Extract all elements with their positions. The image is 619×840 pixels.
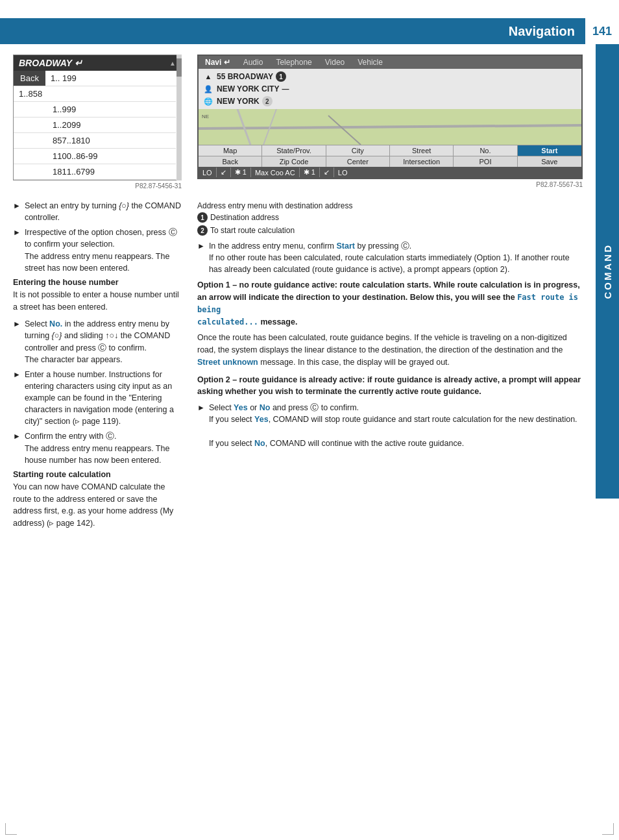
circle-2: 2 xyxy=(197,225,208,236)
bullet-arrow-3: ► xyxy=(13,319,21,365)
map-svg: NE xyxy=(199,109,581,145)
status-arrow-1: ↙ xyxy=(217,167,231,177)
caption-item-1: 1 Destination address xyxy=(197,212,583,223)
addr-arrow-2: — xyxy=(282,85,289,93)
nav-panel-caption: P82.87-5456-31 xyxy=(13,182,182,190)
status-bar: LO ↙ ✱ 1 Max Coo AC ✱ 1 ↙ LO xyxy=(199,167,581,178)
caption-item-2: 2 To start route calculation xyxy=(197,225,583,236)
bullet-text-r2: Select Yes or No and press Ⓒ to confirm.… xyxy=(209,402,577,449)
nav-first-item: 1.. 199 xyxy=(45,71,181,86)
tab-audio[interactable]: Audio xyxy=(237,56,270,69)
bullet-text-5: Confirm the entry with Ⓒ.The address ent… xyxy=(25,430,182,465)
grid-cell-state[interactable]: State/Prov. xyxy=(262,145,326,156)
bullet-select-no: ► Select No. in the address entry menu b… xyxy=(13,318,182,365)
addr-row-2: 👤 NEW YORK CITY — xyxy=(199,83,581,95)
tab-navi[interactable]: Navi ↵ xyxy=(199,56,237,69)
status-lo-right: LO xyxy=(334,167,352,177)
option2-heading: Option 2 – route guidance is already act… xyxy=(197,374,583,399)
grid-cell-map[interactable]: Map xyxy=(199,145,262,156)
house-number-heading: Entering the house number xyxy=(13,278,182,287)
addr-grid-2: Back Zip Code Center Intersection POI Sa… xyxy=(199,156,581,167)
comand-sidebar: COMAND xyxy=(596,44,619,499)
status-max-coo: Max Coo AC xyxy=(251,167,300,177)
main-content: BROADWAY ↵ ▲ Back 1.. 199 1..858 1..999 … xyxy=(0,44,596,556)
list-item[interactable]: 1100..86-99 xyxy=(14,149,176,164)
grid-cell-center[interactable]: Center xyxy=(326,156,390,167)
bullet-arrow-1: ► xyxy=(13,201,21,223)
addr-text-2: NEW YORK CITY xyxy=(217,84,279,93)
corner-mark-br xyxy=(602,823,614,835)
addr-rows: ▲ 55 BROADWAY 1 👤 NEW YORK CITY — 🌐 NEW … xyxy=(199,69,581,109)
nav-panel-header: BROADWAY ↵ ▲ xyxy=(14,55,181,71)
addr-text-1: 55 BROADWAY xyxy=(217,72,273,81)
left-body: ► Select an entry by turning {○} the COM… xyxy=(13,200,182,535)
bullet-irrespective: ► Irrespective of the option chosen, pre… xyxy=(13,227,182,274)
addr-icon-2: 👤 xyxy=(202,85,214,93)
route-calc-heading: Starting route calculation xyxy=(13,470,182,479)
grid-cell-save[interactable]: Save xyxy=(518,156,581,167)
bullet-arrow-2: ► xyxy=(13,227,21,274)
tab-video[interactable]: Video xyxy=(319,56,351,69)
corner-mark-bl xyxy=(5,823,17,835)
list-item[interactable]: 1..2099 xyxy=(14,117,176,133)
grid-cell-back[interactable]: Back xyxy=(199,156,262,167)
body-two-col: ► Select an entry by turning {○} the COM… xyxy=(13,200,583,535)
caption-start: To start route calculation xyxy=(210,225,295,236)
grid-cell-no[interactable]: No. xyxy=(454,145,517,156)
status-star-1: ✱ 1 xyxy=(231,167,251,177)
list-item[interactable]: 1..858 xyxy=(14,86,176,102)
addr-icon-3: 🌐 xyxy=(202,97,214,106)
bullet-arrow-5: ► xyxy=(13,431,21,465)
bullet-enter-house: ► Enter a house number. Instructions for… xyxy=(13,369,182,428)
bullet-text-1: Select an entry by turning {○} the COMAN… xyxy=(25,200,182,223)
bullet-text-3: Select No. in the address entry menu by … xyxy=(25,318,182,365)
tab-telephone[interactable]: Telephone xyxy=(269,56,318,69)
two-column-section: BROADWAY ↵ ▲ Back 1.. 199 1..858 1..999 … xyxy=(13,55,583,190)
addr-icon-1: ▲ xyxy=(202,73,214,80)
header-bar: Navigation 141 xyxy=(0,18,619,44)
nav-panel-wrapper: BROADWAY ↵ ▲ Back 1.. 199 1..858 1..999 … xyxy=(13,55,182,180)
grid-cell-intersection[interactable]: Intersection xyxy=(390,156,454,167)
circle-1: 1 xyxy=(197,212,208,223)
addr-panel-caption: P82.87-5567-31 xyxy=(197,181,583,188)
addr-row-1: ▲ 55 BROADWAY 1 xyxy=(199,70,581,83)
grid-cell-poi[interactable]: POI xyxy=(454,156,517,167)
grid-cell-street[interactable]: Street xyxy=(390,145,454,156)
scroll-thumb[interactable] xyxy=(176,58,182,77)
grid-cell-city[interactable]: City xyxy=(326,145,390,156)
bullet-arrow-4: ► xyxy=(13,369,21,428)
comand-label: COMAND xyxy=(602,243,613,299)
bullet-text-4: Enter a house number. Instructions for e… xyxy=(25,369,182,428)
caption-dest: Destination address xyxy=(210,212,279,223)
left-column: BROADWAY ↵ ▲ Back 1.. 199 1..858 1..999 … xyxy=(13,55,182,190)
grid-cell-start[interactable]: Start xyxy=(518,145,581,156)
addr-row-3: 🌐 NEW YORK 2 xyxy=(199,95,581,108)
addr-panel: Navi ↵ Audio Telephone Video Vehicle ▲ 5… xyxy=(197,55,583,179)
nav-header-text: BROADWAY ↵ xyxy=(19,58,82,68)
list-item[interactable]: 1..999 xyxy=(14,102,176,117)
scrollbar[interactable] xyxy=(176,55,182,180)
page-number: 141 xyxy=(585,18,619,44)
nav-back-row: Back 1.. 199 xyxy=(14,71,181,86)
addr-menu-caption-text: Address entry menu with destination addr… xyxy=(197,200,583,212)
status-arrow-2: ↙ xyxy=(320,167,334,177)
right-body: Address entry menu with destination addr… xyxy=(197,200,583,535)
nav-panel: BROADWAY ↵ ▲ Back 1.. 199 1..858 1..999 … xyxy=(13,55,182,180)
page-header: Navigation 141 xyxy=(0,0,619,44)
status-star-2: ✱ 1 xyxy=(300,167,320,177)
list-item[interactable]: 857..1810 xyxy=(14,133,176,149)
addr-grid-1: Map State/Prov. City Street No. Start xyxy=(199,145,581,156)
bullet-select-entry: ► Select an entry by turning {○} the COM… xyxy=(13,200,182,223)
status-lo-left: LO xyxy=(199,167,217,177)
bullet-arrow-r2: ► xyxy=(197,402,205,449)
bullet-text-r1: In the address entry menu, confirm Start… xyxy=(209,240,583,275)
grid-cell-zip[interactable]: Zip Code xyxy=(262,156,326,167)
bullet-confirm-entry: ► Confirm the entry with Ⓒ.The address e… xyxy=(13,430,182,465)
list-item[interactable]: 1811..6799 xyxy=(14,164,176,180)
addr-badge-1: 1 xyxy=(276,71,286,82)
addr-text-3: NEW YORK xyxy=(217,97,260,106)
addr-tabs: Navi ↵ Audio Telephone Video Vehicle xyxy=(199,56,581,69)
tab-vehicle[interactable]: Vehicle xyxy=(351,56,389,69)
nav-back-label[interactable]: Back xyxy=(14,71,45,86)
bullet-text-2: Irrespective of the option chosen, press… xyxy=(25,227,182,274)
